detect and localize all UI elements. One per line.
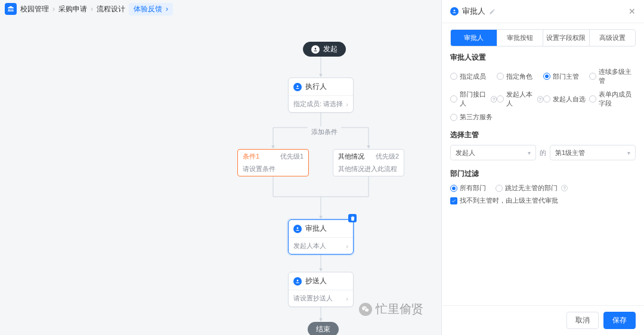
radio-icon bbox=[543, 95, 550, 103]
radio-icon bbox=[497, 95, 504, 103]
chevron-right-icon: › bbox=[91, 5, 93, 13]
bank-icon bbox=[5, 3, 17, 15]
breadcrumb-item-1[interactable]: 采购申请 bbox=[58, 4, 87, 14]
radio-option[interactable]: 指定成员 bbox=[450, 67, 497, 85]
radio-label: 连续多级主管 bbox=[599, 67, 636, 85]
chevron-down-icon: ▾ bbox=[528, 150, 531, 156]
tab-buttons[interactable]: 审批按钮 bbox=[497, 30, 544, 46]
radio-icon bbox=[589, 73, 596, 80]
radio-icon bbox=[497, 73, 504, 80]
help-icon[interactable]: ? bbox=[537, 96, 543, 103]
radio-option[interactable]: 跳过无主管的部门? bbox=[496, 184, 568, 193]
svg-point-1 bbox=[297, 85, 299, 87]
breadcrumb: 校园管理 › 采购申请 › 流程设计 体验反馈 › bbox=[0, 0, 441, 18]
flow-exec-node[interactable]: 执行人 指定成员: 请选择 › bbox=[288, 77, 354, 113]
breadcrumb-root[interactable]: 校园管理 bbox=[20, 4, 49, 14]
radio-icon bbox=[543, 73, 550, 80]
section-approver-title: 审批人设置 bbox=[450, 52, 636, 63]
radio-icon bbox=[496, 185, 503, 192]
svg-point-0 bbox=[315, 48, 317, 49]
breadcrumb-item-2[interactable]: 流程设计 bbox=[97, 4, 125, 14]
radio-icon bbox=[450, 73, 457, 80]
wechat-icon bbox=[359, 303, 372, 316]
svg-point-3 bbox=[297, 280, 299, 281]
fallback-check[interactable]: 找不到主管时，由上级主管代审批 bbox=[450, 196, 636, 205]
radio-icon bbox=[450, 185, 457, 192]
config-panel: 审批人 ✕ 审批人 审批按钮 设置字段权限 高级设置 审批人设置 指定成员指定角… bbox=[441, 0, 644, 335]
radio-label: 发起人本人 bbox=[506, 90, 534, 108]
radio-option[interactable]: 指定角色 bbox=[497, 67, 543, 85]
chevron-right-icon: › bbox=[346, 101, 348, 108]
breadcrumb-active[interactable]: 体验反馈 › bbox=[129, 3, 173, 15]
person-icon bbox=[293, 225, 302, 233]
radio-option[interactable]: 部门主管 bbox=[543, 67, 590, 85]
radio-icon bbox=[589, 95, 596, 103]
radio-option[interactable]: 所有部门 bbox=[450, 184, 486, 193]
person-icon bbox=[293, 277, 302, 286]
tab-approver[interactable]: 审批人 bbox=[451, 30, 497, 46]
radio-option[interactable]: 发起人本人? bbox=[497, 90, 543, 108]
help-icon[interactable]: ? bbox=[561, 185, 568, 191]
section-pick-title: 选择主管 bbox=[450, 130, 636, 140]
radio-icon bbox=[450, 95, 457, 103]
flow-condition-2[interactable]: 其他情况 优先级2 其他情况进入此流程 bbox=[333, 149, 404, 176]
radio-label: 所有部门 bbox=[460, 184, 486, 193]
radio-option[interactable]: 表单内成员字段 bbox=[589, 90, 636, 108]
panel-title: 审批人 bbox=[462, 6, 485, 17]
radio-label: 指定成员 bbox=[460, 72, 486, 81]
chevron-right-icon: › bbox=[346, 295, 348, 302]
chevron-right-icon: › bbox=[346, 243, 348, 250]
person-icon bbox=[293, 83, 302, 91]
flow-cc-node[interactable]: 抄送人 请设置抄送人 › bbox=[288, 272, 354, 307]
radio-label: 指定角色 bbox=[506, 72, 532, 81]
section-filter-title: 部门过滤 bbox=[450, 169, 636, 179]
watermark: 忙里偷贤 bbox=[359, 301, 423, 317]
flow-end-node[interactable]: 结束 bbox=[308, 322, 339, 335]
chevron-down-icon: ▾ bbox=[627, 150, 630, 156]
approver-radio-group: 指定成员指定角色部门主管连续多级主管部门接口人?发起人本人?发起人自选表单内成员… bbox=[450, 67, 636, 122]
add-condition-label[interactable]: 添加条件 bbox=[308, 126, 341, 138]
radio-label: 部门主管 bbox=[553, 72, 579, 81]
select-level[interactable]: 第1级主管 ▾ bbox=[550, 145, 636, 160]
flow-edges bbox=[0, 18, 441, 335]
svg-point-4 bbox=[454, 10, 456, 11]
flow-approver-node[interactable]: 审批人 发起人本人 › bbox=[288, 219, 354, 255]
panel-tabs: 审批人 审批按钮 设置字段权限 高级设置 bbox=[450, 29, 636, 46]
radio-label: 部门接口人 bbox=[460, 90, 487, 108]
node-action-badge[interactable] bbox=[348, 214, 357, 222]
flow-start-node[interactable]: 发起 bbox=[303, 42, 346, 57]
radio-option[interactable]: 连续多级主管 bbox=[589, 67, 636, 85]
filter-radio-group: 所有部门跳过无主管的部门? bbox=[450, 184, 636, 193]
radio-label: 跳过无主管的部门 bbox=[505, 184, 558, 193]
radio-option[interactable]: 部门接口人? bbox=[450, 90, 497, 108]
svg-point-2 bbox=[297, 227, 299, 229]
tab-advanced[interactable]: 高级设置 bbox=[590, 30, 636, 46]
select-from[interactable]: 发起人 ▾ bbox=[450, 145, 536, 160]
edit-icon[interactable] bbox=[489, 8, 496, 15]
flow-canvas[interactable]: 发起 执行人 指定成员: 请选择 › 添加条件 条件1 bbox=[0, 18, 441, 335]
radio-label: 第三方服务 bbox=[460, 113, 493, 122]
chevron-right-icon: › bbox=[52, 5, 55, 13]
tab-field-perm[interactable]: 设置字段权限 bbox=[543, 30, 590, 46]
radio-option[interactable]: 第三方服务 bbox=[450, 113, 497, 122]
person-icon bbox=[311, 45, 320, 54]
radio-icon bbox=[450, 114, 457, 121]
person-icon bbox=[450, 7, 459, 15]
flow-condition-1[interactable]: 条件1 优先级1 请设置条件 bbox=[237, 149, 309, 176]
close-icon[interactable]: ✕ bbox=[628, 7, 636, 16]
save-button[interactable]: 保存 bbox=[603, 312, 636, 329]
cancel-button[interactable]: 取消 bbox=[566, 312, 599, 329]
help-icon[interactable]: ? bbox=[491, 96, 497, 103]
checkbox-on-icon bbox=[450, 197, 457, 204]
chevron-right-icon: › bbox=[166, 5, 168, 13]
radio-label: 发起人自选 bbox=[553, 95, 586, 104]
radio-label: 表单内成员字段 bbox=[599, 90, 636, 108]
radio-option[interactable]: 发起人自选 bbox=[543, 90, 590, 108]
